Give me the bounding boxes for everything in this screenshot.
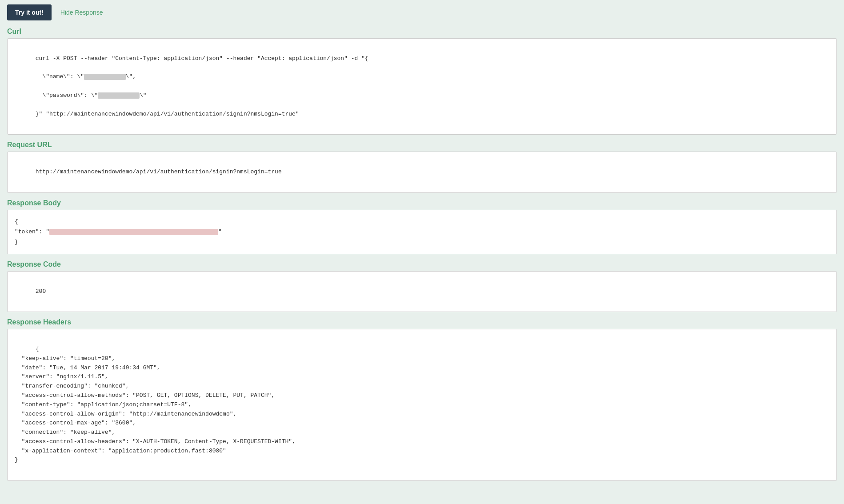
response-code-section: Response Code 200 (7, 260, 837, 312)
response-body-box: { "token": " " } (7, 210, 837, 254)
response-code-label: Response Code (7, 260, 837, 268)
response-body-label: Response Body (7, 199, 837, 207)
response-body-section: Response Body { "token": " " } (7, 199, 837, 254)
response-code-box: 200 (7, 271, 837, 312)
curl-line3: \"password\": \" \" (36, 92, 147, 99)
top-bar: Try it out! Hide Response (7, 4, 837, 20)
try-it-out-button[interactable]: Try it out! (7, 4, 52, 20)
curl-line1: curl -X POST --header "Content-Type: app… (36, 55, 368, 62)
response-headers-box: { "keep-alive": "timeout=20", "date": "T… (7, 329, 837, 481)
request-url-label: Request URL (7, 141, 837, 149)
curl-line4: }" "http://maintenancewindowdemo/api/v1/… (36, 111, 299, 117)
response-body-line2: "token": " " (15, 228, 222, 235)
curl-section: Curl curl -X POST --header "Content-Type… (7, 28, 837, 135)
response-headers-label: Response Headers (7, 318, 837, 326)
curl-name-redacted (84, 74, 126, 80)
curl-line2: \"name\": \" \", (36, 73, 136, 80)
curl-password-redacted (98, 92, 140, 99)
response-token-redacted (49, 229, 218, 235)
request-url-value: http://maintenancewindowdemo/api/v1/auth… (36, 168, 282, 175)
curl-label: Curl (7, 28, 837, 36)
hide-response-link[interactable]: Hide Response (60, 9, 103, 16)
response-code-value: 200 (36, 288, 46, 295)
response-body-line1: { (15, 218, 18, 225)
request-url-box: http://maintenancewindowdemo/api/v1/auth… (7, 152, 837, 192)
curl-code-box: curl -X POST --header "Content-Type: app… (7, 38, 837, 135)
page-container: Try it out! Hide Response Curl curl -X P… (0, 0, 844, 496)
request-url-section: Request URL http://maintenancewindowdemo… (7, 141, 837, 192)
response-headers-section: Response Headers { "keep-alive": "timeou… (7, 318, 837, 481)
response-body-line3: } (15, 239, 18, 245)
response-headers-value: { "keep-alive": "timeout=20", "date": "T… (15, 346, 296, 464)
